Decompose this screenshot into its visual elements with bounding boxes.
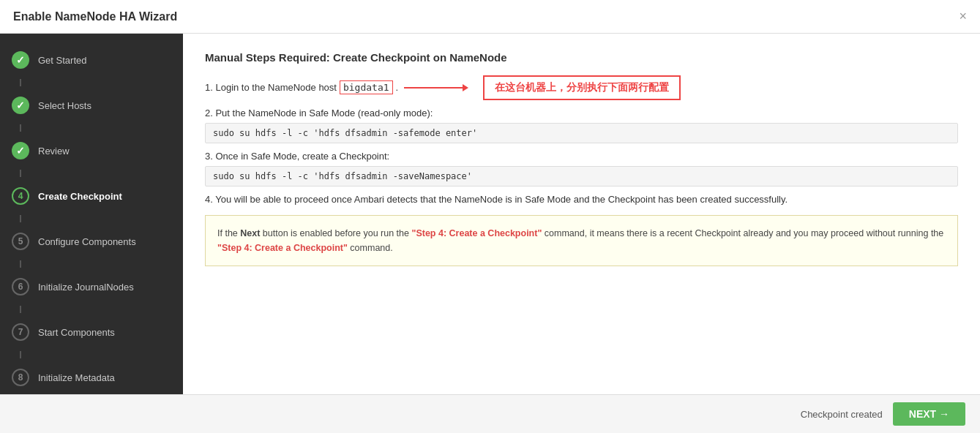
sidebar-item-review[interactable]: ✓ Review (0, 132, 183, 170)
wizard-footer: Checkpoint created NEXT → (0, 394, 980, 433)
sidebar-label-select-hosts: Select Hosts (38, 100, 91, 111)
step3-label: 3. Once in Safe Mode, create a Checkpoin… (205, 151, 958, 162)
connector-5 (20, 260, 21, 268)
sidebar-item-initialize-metadata[interactable]: 8 Initialize Metadata (0, 358, 183, 394)
sidebar-item-create-checkpoint[interactable]: 4 Create Checkpoint (0, 177, 183, 215)
checkpoint-status: Checkpoint created (801, 409, 883, 420)
sidebar-label-initialize-journalnodes: Initialize JournalNodes (38, 282, 134, 293)
step2-code: sudo su hdfs -l -c 'hdfs dfsadmin -safem… (205, 123, 958, 143)
next-button[interactable]: NEXT → (893, 402, 965, 426)
step-1: 1. Login to the NameNode host bigdata1. … (205, 75, 958, 100)
sidebar-item-get-started[interactable]: ✓ Get Started (0, 41, 183, 79)
main-content: Manual Steps Required: Create Checkpoint… (183, 34, 980, 394)
info-step4-ref: "Step 4: Create a Checkpoint" (411, 228, 542, 238)
step1-host: bigdata1 (340, 80, 393, 94)
sidebar-item-initialize-journalnodes[interactable]: 6 Initialize JournalNodes (0, 268, 183, 306)
connector-3 (20, 170, 21, 177)
sidebar-label-create-checkpoint: Create Checkpoint (38, 191, 122, 202)
sidebar-item-start-components[interactable]: 7 Start Components (0, 313, 183, 351)
info-part3: command, it means there is a recent Chec… (542, 228, 943, 238)
step-circle-4: 4 (12, 187, 29, 205)
step-circle-3: ✓ (12, 142, 29, 159)
content-title: Manual Steps Required: Create Checkpoint… (205, 51, 958, 64)
step-2: 2. Put the NameNode in Safe Mode (read-o… (205, 108, 958, 143)
step2-label: 2. Put the NameNode in Safe Mode (read-o… (205, 108, 958, 118)
connector-7 (20, 351, 21, 358)
step-circle-8: 8 (12, 369, 29, 386)
info-step4-ref2: "Step 4: Create a Checkpoint" (217, 243, 348, 253)
wizard-container: Enable NameNode HA Wizard × ✓ Get Starte… (0, 0, 980, 433)
info-part4: command. (348, 243, 393, 253)
annotation-box: 在这台机器上，分别执行下面两行配置 (483, 75, 681, 100)
info-part2: button is enabled before you run the (260, 228, 411, 238)
red-arrow-head (463, 84, 468, 91)
connector-6 (20, 306, 21, 313)
step1-annotation-row: 1. Login to the NameNode host bigdata1. … (205, 75, 958, 100)
wizard-body: ✓ Get Started ✓ Select Hosts ✓ Review 4 … (0, 34, 980, 394)
info-next-label: Next (240, 228, 260, 238)
info-part1: If the (217, 228, 240, 238)
step4-label: 4. You will be able to proceed once Amba… (205, 194, 958, 205)
step1-line: 1. Login to the NameNode host bigdata1. (205, 80, 398, 94)
wizard-title: Enable NameNode HA Wizard (13, 10, 177, 23)
step1-prefix: 1. Login to the NameNode host (205, 82, 337, 93)
step-circle-6: 6 (12, 278, 29, 295)
step-circle-2: ✓ (12, 97, 29, 114)
step-circle-5: 5 (12, 233, 29, 250)
sidebar-label-configure-components: Configure Components (38, 236, 136, 247)
connector-4 (20, 215, 21, 222)
step3-code: sudo su hdfs -l -c 'hdfs dfsadmin -saveN… (205, 166, 958, 187)
wizard-title-bar: Enable NameNode HA Wizard × (0, 0, 980, 34)
connector-1 (20, 79, 21, 86)
sidebar-item-configure-components[interactable]: 5 Configure Components (0, 222, 183, 260)
sidebar-label-get-started: Get Started (38, 55, 86, 66)
sidebar-label-start-components: Start Components (38, 327, 115, 338)
step-4: 4. You will be able to proceed once Amba… (205, 194, 958, 205)
sidebar: ✓ Get Started ✓ Select Hosts ✓ Review 4 … (0, 34, 183, 394)
sidebar-item-select-hosts[interactable]: ✓ Select Hosts (0, 86, 183, 124)
step-circle-1: ✓ (12, 51, 29, 69)
connector-2 (20, 124, 21, 132)
sidebar-label-initialize-metadata: Initialize Metadata (38, 372, 115, 383)
info-box: If the Next button is enabled before you… (205, 215, 958, 266)
sidebar-label-review: Review (38, 146, 70, 157)
red-arrow-line (404, 87, 463, 89)
step-3: 3. Once in Safe Mode, create a Checkpoin… (205, 151, 958, 187)
close-button[interactable]: × (959, 9, 967, 24)
red-arrow (398, 84, 468, 91)
step-circle-7: 7 (12, 323, 29, 341)
